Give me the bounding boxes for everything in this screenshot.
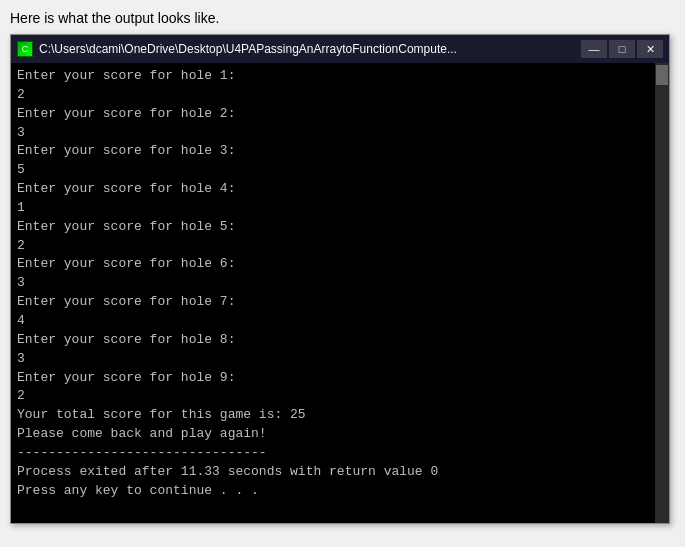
console-line: Process exited after 11.33 seconds with …: [17, 463, 663, 482]
console-line: Your total score for this game is: 25: [17, 406, 663, 425]
window-icon: C: [17, 41, 33, 57]
close-button[interactable]: ✕: [637, 40, 663, 58]
console-line: 4: [17, 312, 663, 331]
console-line: Enter your score for hole 5:: [17, 218, 663, 237]
console-line: Enter your score for hole 3:: [17, 142, 663, 161]
window-title: C:\Users\dcami\OneDrive\Desktop\U4PAPass…: [39, 42, 457, 56]
title-bar-left: C C:\Users\dcami\OneDrive\Desktop\U4PAPa…: [17, 41, 457, 57]
console-line: 3: [17, 124, 663, 143]
console-line: Enter your score for hole 2:: [17, 105, 663, 124]
console-line: Press any key to continue . . .: [17, 482, 663, 501]
console-line: Enter your score for hole 4:: [17, 180, 663, 199]
window-controls[interactable]: — □ ✕: [581, 40, 663, 58]
console-line: 3: [17, 274, 663, 293]
console-line: 5: [17, 161, 663, 180]
console-line: 2: [17, 237, 663, 256]
maximize-button[interactable]: □: [609, 40, 635, 58]
console-line: Enter your score for hole 7:: [17, 293, 663, 312]
console-line: 2: [17, 387, 663, 406]
scrollbar-thumb[interactable]: [656, 65, 668, 85]
console-line: Please come back and play again!: [17, 425, 663, 444]
intro-text: Here is what the output looks like.: [10, 10, 675, 26]
console-line: Enter your score for hole 9:: [17, 369, 663, 388]
console-line: Enter your score for hole 8:: [17, 331, 663, 350]
console-line: 2: [17, 86, 663, 105]
console-line: 3: [17, 350, 663, 369]
minimize-button[interactable]: —: [581, 40, 607, 58]
scrollbar[interactable]: [655, 63, 669, 523]
console-line: --------------------------------: [17, 444, 663, 463]
console-line: Enter your score for hole 1:: [17, 67, 663, 86]
console-line: Enter your score for hole 6:: [17, 255, 663, 274]
console-content: Enter your score for hole 1:2Enter your …: [17, 67, 663, 500]
terminal-window: C C:\Users\dcami\OneDrive\Desktop\U4PAPa…: [10, 34, 670, 524]
title-bar: C C:\Users\dcami\OneDrive\Desktop\U4PAPa…: [11, 35, 669, 63]
console-line: 1: [17, 199, 663, 218]
console-panel: Enter your score for hole 1:2Enter your …: [11, 63, 669, 523]
